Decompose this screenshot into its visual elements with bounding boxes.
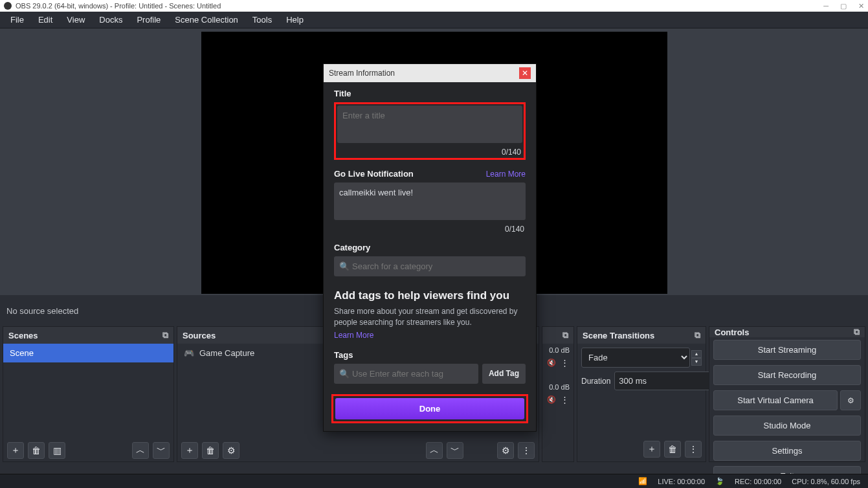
audio-menu-button[interactable]: ⋮ <box>518 442 535 459</box>
search-icon: 🔍 <box>339 261 350 271</box>
gear-icon: ⚙ <box>847 396 854 405</box>
rec-status: REC: 00:00:00 <box>735 478 781 485</box>
window-minimize-button[interactable]: ─ <box>823 2 829 10</box>
mute-icon[interactable]: 🔇 <box>547 359 556 367</box>
golive-counter: 0/140 <box>334 222 526 234</box>
menu-help[interactable]: Help <box>280 12 310 27</box>
menu-view[interactable]: View <box>60 12 91 27</box>
transitions-title: Scene Transitions <box>583 331 654 340</box>
source-properties-button[interactable]: ⚙ <box>223 442 239 459</box>
done-highlight: Done <box>331 394 528 423</box>
start-recording-button[interactable]: Start Recording <box>713 365 861 385</box>
menu-tools[interactable]: Tools <box>246 12 278 27</box>
audio-mixer-dock: ⧉ 0.0 dB 🔇 ⋮ 0.0 dB 🔇 ⋮ <box>542 326 574 462</box>
studio-mode-button[interactable]: Studio Mode <box>713 416 861 436</box>
kebab-icon[interactable]: ⋮ <box>561 358 569 368</box>
title-counter: 0/140 <box>337 145 522 157</box>
remove-scene-button[interactable]: 🗑 <box>28 442 45 459</box>
source-label: Game Capture <box>199 348 254 358</box>
remove-transition-button[interactable]: 🗑 <box>664 441 681 458</box>
title-highlight: 0/140 <box>334 102 526 160</box>
scenes-dock: Scenes ⧉ Scene ＋ 🗑 ▥ ︿ ﹀ <box>3 326 174 462</box>
dialog-title: Stream Information <box>329 69 395 78</box>
tags-learn-more-link[interactable]: Learn More <box>334 331 373 340</box>
source-down-button[interactable]: ﹀ <box>447 442 463 459</box>
scene-item[interactable]: Scene <box>3 344 173 362</box>
settings-button[interactable]: Settings <box>713 441 861 461</box>
menu-edit[interactable]: Edit <box>32 12 59 27</box>
virtual-camera-settings-button[interactable]: ⚙ <box>840 390 861 410</box>
category-label: Category <box>334 243 526 252</box>
obs-logo-icon <box>4 2 12 10</box>
controls-dock: Controls ⧉ Start Streaming Start Recordi… <box>709 326 865 462</box>
category-search-input[interactable] <box>350 256 520 276</box>
add-source-button[interactable]: ＋ <box>181 442 198 459</box>
tags-description: Share more about your stream and get dis… <box>334 306 526 328</box>
chevron-down-icon[interactable]: ▼ <box>691 358 702 366</box>
window-maximize-button[interactable]: ▢ <box>840 2 847 10</box>
audio-advanced-button[interactable]: ⚙ <box>497 442 514 459</box>
stream-title-input[interactable] <box>337 105 522 143</box>
leaf-icon: 🍃 <box>715 477 724 485</box>
popout-icon[interactable]: ⧉ <box>562 330 568 340</box>
popout-icon[interactable]: ⧉ <box>695 330 700 340</box>
scene-up-button[interactable]: ︿ <box>132 442 149 459</box>
window-titlebar: OBS 29.0.2 (64-bit, windows) - Profile: … <box>0 0 868 12</box>
no-source-label: No source selected <box>5 306 78 316</box>
close-icon[interactable]: ✕ <box>519 67 531 79</box>
start-streaming-button[interactable]: Start Streaming <box>713 340 861 360</box>
remove-source-button[interactable]: 🗑 <box>202 442 219 459</box>
popout-icon[interactable]: ⧉ <box>854 327 860 337</box>
add-transition-button[interactable]: ＋ <box>643 441 660 458</box>
golive-notification-input[interactable] <box>334 183 526 220</box>
chevron-up-icon[interactable]: ▲ <box>691 350 702 358</box>
kebab-icon[interactable]: ⋮ <box>561 395 569 405</box>
menu-file[interactable]: File <box>4 12 30 27</box>
scene-down-button[interactable]: ﹀ <box>153 442 170 459</box>
start-virtual-camera-button[interactable]: Start Virtual Camera <box>713 390 838 410</box>
tags-input[interactable] <box>350 364 473 384</box>
scene-transitions-dock: Scene Transitions ⧉ Fade ▲ ▼ Duration ▲ … <box>577 326 706 462</box>
network-icon: 📶 <box>638 477 647 485</box>
menu-docks[interactable]: Docks <box>93 12 129 27</box>
controls-title: Controls <box>715 327 749 337</box>
menu-bar: File Edit View Docks Profile Scene Colle… <box>0 12 868 28</box>
search-icon: 🔍 <box>339 369 350 379</box>
menu-scene-collection[interactable]: Scene Collection <box>168 12 245 27</box>
stream-information-dialog: Stream Information ✕ Title 0/140 Go Live… <box>323 63 537 432</box>
sources-title: Sources <box>183 331 216 340</box>
live-status: LIVE: 00:00:00 <box>658 478 705 485</box>
learn-more-link[interactable]: Learn More <box>486 170 526 179</box>
duration-label: Duration <box>581 377 610 386</box>
title-label: Title <box>334 89 526 98</box>
tags-heading: Add tags to help viewers find you <box>334 289 526 302</box>
window-title: OBS 29.0.2 (64-bit, windows) - Profile: … <box>16 2 221 10</box>
scene-filter-button[interactable]: ▥ <box>49 442 65 459</box>
add-tag-button[interactable]: Add Tag <box>482 364 526 384</box>
window-close-button[interactable]: ✕ <box>858 2 864 10</box>
transition-select[interactable]: Fade <box>581 348 690 368</box>
gamepad-icon: 🎮 <box>184 348 194 358</box>
popout-icon[interactable]: ⧉ <box>162 330 168 340</box>
tags-label: Tags <box>334 350 526 360</box>
add-scene-button[interactable]: ＋ <box>7 442 24 459</box>
cpu-status: CPU: 0.8%, 60.00 fps <box>792 478 860 485</box>
transition-menu-button[interactable]: ⋮ <box>685 441 702 458</box>
source-up-button[interactable]: ︿ <box>426 442 443 459</box>
audio-db-1: 0.0 dB <box>542 344 573 357</box>
menu-profile[interactable]: Profile <box>130 12 167 27</box>
done-button[interactable]: Done <box>335 398 524 419</box>
audio-db-2: 0.0 dB <box>542 381 573 394</box>
scenes-title: Scenes <box>8 331 38 340</box>
golive-label: Go Live Notification <box>334 169 414 179</box>
status-bar: 📶 LIVE: 00:00:00 🍃 REC: 00:00:00 CPU: 0.… <box>0 474 868 488</box>
mute-icon[interactable]: 🔇 <box>547 395 556 404</box>
